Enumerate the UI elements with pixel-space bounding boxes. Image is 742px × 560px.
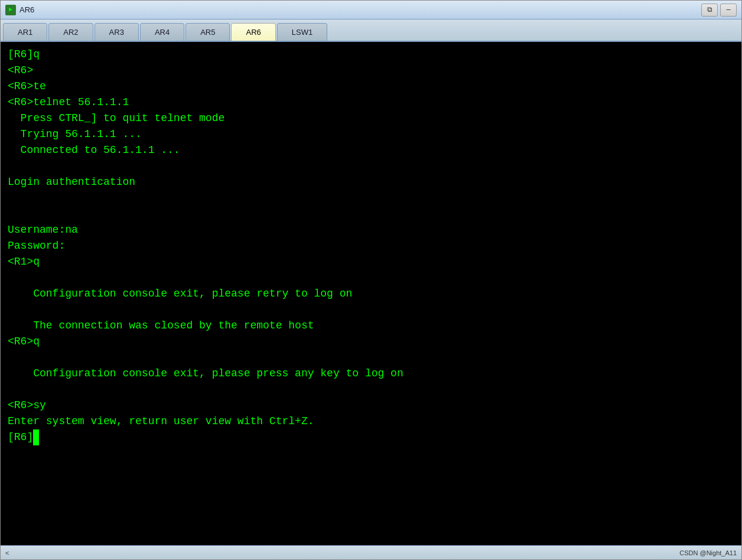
status-left: < bbox=[5, 549, 9, 556]
app-icon: ► bbox=[5, 5, 16, 15]
main-window: ► AR6 ⧉ — AR1 AR2 AR3 AR4 AR5 AR6 LSW1 bbox=[0, 0, 742, 560]
title-bar-buttons: ⧉ — bbox=[701, 4, 737, 17]
title-bar-left: ► AR6 bbox=[5, 5, 34, 15]
terminal-area[interactable]: [R6]q <R6> <R6>te <R6>telnet 56.1.1.1 Pr… bbox=[1, 42, 741, 545]
tab-AR5[interactable]: AR5 bbox=[186, 23, 230, 41]
tab-LSW1[interactable]: LSW1 bbox=[277, 23, 327, 41]
tab-AR3[interactable]: AR3 bbox=[95, 23, 139, 41]
status-right: CSDN @Night_A11 bbox=[679, 549, 737, 556]
terminal-cursor bbox=[33, 429, 39, 445]
window-title: AR6 bbox=[19, 5, 34, 14]
tab-AR1[interactable]: AR1 bbox=[3, 23, 47, 41]
title-bar: ► AR6 ⧉ — bbox=[1, 1, 741, 19]
tab-bar: AR1 AR2 AR3 AR4 AR5 AR6 LSW1 bbox=[1, 19, 741, 42]
terminal-output: [R6]q <R6> <R6>te <R6>telnet 56.1.1.1 Pr… bbox=[8, 47, 734, 445]
status-bar: < CSDN @Night_A11 bbox=[1, 545, 741, 559]
tab-AR2[interactable]: AR2 bbox=[48, 23, 93, 41]
tab-AR6[interactable]: AR6 bbox=[231, 23, 275, 41]
restore-button[interactable]: ⧉ bbox=[701, 4, 718, 17]
close-button[interactable]: — bbox=[720, 4, 737, 17]
tab-AR4[interactable]: AR4 bbox=[140, 23, 184, 41]
